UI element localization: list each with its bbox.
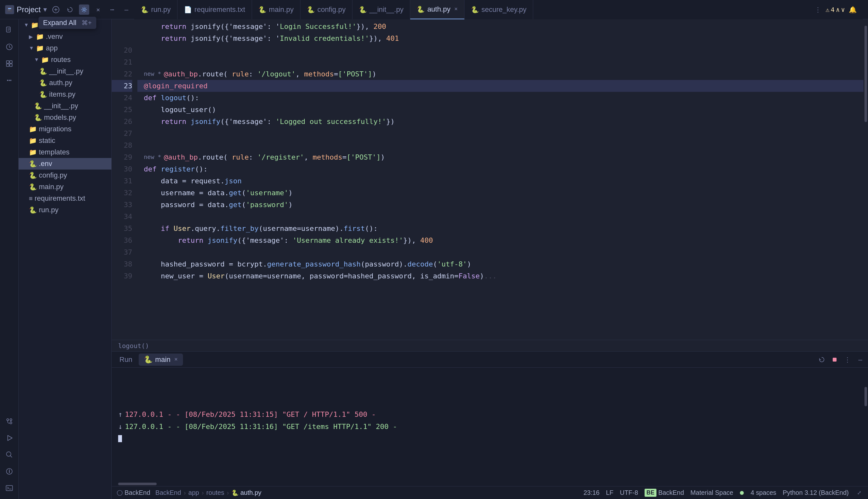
main-label: main.py — [39, 183, 64, 191]
sidebar-git-icon[interactable] — [2, 414, 16, 428]
code-line-37 — [137, 246, 864, 258]
tree-item-venv[interactable]: ▶ 📁 .venv — [18, 31, 111, 42]
static-label: static — [39, 136, 55, 145]
warn-down[interactable]: ∨ — [841, 6, 845, 13]
terminal-stop-icon[interactable] — [830, 354, 840, 365]
static-icon: 📁 — [29, 137, 37, 145]
terminal-main-close[interactable]: × — [174, 356, 178, 363]
bell-icon[interactable]: 🔔 — [847, 4, 858, 15]
tree-item-models[interactable]: 🐍 models.py — [18, 112, 111, 123]
main-icon: 🐍 — [29, 183, 37, 191]
tree-item-main[interactable]: 🐍 main.py — [18, 181, 111, 193]
tree-item-migrations[interactable]: 📁 migrations — [18, 123, 111, 135]
tree-item-config[interactable]: 🐍 config.py — [18, 170, 111, 181]
editor-scrollbar[interactable] — [864, 19, 868, 340]
h-scrollbar[interactable] — [112, 482, 868, 486]
app-label: app — [46, 44, 58, 52]
more-options-button[interactable]: ⋯ — [107, 4, 117, 15]
ln-21: 21 — [112, 56, 132, 68]
sidebar-search-icon[interactable] — [2, 448, 16, 462]
tree-item-app[interactable]: ▼ 📁 app — [18, 42, 111, 54]
terminal-scrollbar-thumb[interactable] — [865, 387, 867, 406]
terminal-cursor-line[interactable] — [118, 433, 857, 445]
auth-tab-close[interactable]: × — [454, 6, 458, 13]
init-routes-label: __init__.py — [49, 67, 83, 75]
terminal-log-1: ↓ 127.0.0.1 - - [08/Feb/2025 11:31:16] "… — [118, 420, 857, 433]
tree-item-routes[interactable]: ▼ 📁 routes — [18, 54, 111, 65]
tab-run[interactable]: 🐍 run.py — [134, 0, 177, 19]
close-panel-button[interactable]: × — [93, 4, 103, 15]
terminal-tab-run[interactable]: Run — [114, 354, 137, 366]
status-interpreter[interactable]: Python 3.12 (BackEnd) — [783, 489, 849, 497]
terminal-tabs: Run 🐍 main × ⋮ — [112, 352, 868, 368]
sidebar-grid-icon[interactable] — [2, 57, 16, 71]
status-line-ending[interactable]: LF — [606, 489, 613, 497]
routes-arrow: ▼ — [34, 57, 39, 63]
terminal-log-area[interactable]: ↑ 127.0.0.1 - - [08/Feb/2025 11:31:15] "… — [112, 368, 864, 482]
terminal-log-0: ↑ 127.0.0.1 - - [08/Feb/2025 11:31:15] "… — [118, 408, 857, 420]
sidebar-nav-icon[interactable] — [2, 40, 16, 54]
tree-item-init-routes[interactable]: 🐍 __init__.py — [18, 65, 111, 77]
run-icon: 🐍 — [29, 206, 37, 214]
terminal-more-icon[interactable]: ⋮ — [842, 354, 853, 365]
sidebar-debug-icon[interactable] — [2, 431, 16, 445]
tab-main[interactable]: 🐍 main.py — [252, 0, 300, 19]
ln-top2 — [112, 33, 132, 44]
init-tab-icon: 🐍 — [359, 6, 367, 13]
terminal-minimize-icon[interactable]: — — [855, 354, 866, 365]
code-content[interactable]: return jsonify({'message': 'Login Succes… — [137, 19, 864, 340]
templates-icon: 📁 — [29, 148, 37, 156]
auth-tab-icon: 🐍 — [417, 5, 425, 13]
code-line-35: if User.query.filter_by(username=usernam… — [137, 222, 864, 234]
tab-auth[interactable]: 🐍 auth.py × — [410, 0, 464, 19]
code-line-23: @login_required — [137, 80, 864, 92]
warning-badge[interactable]: ⚠ 4 ∧ ∨ — [826, 6, 845, 13]
tab-secure-key[interactable]: 🐍 secure_key.py — [464, 0, 533, 19]
tree-item-init-app[interactable]: 🐍 __init__.py — [18, 100, 111, 112]
tree-item-templates[interactable]: 📁 templates — [18, 146, 111, 158]
status-backend-item[interactable]: BE BackEnd — [645, 489, 684, 497]
run-tab-icon: 🐍 — [140, 6, 149, 13]
tree-item-auth[interactable]: 🐍 auth.py — [18, 77, 111, 89]
warn-up[interactable]: ∧ — [836, 6, 840, 13]
tab-requirements[interactable]: 📄 requirements.txt — [177, 0, 252, 19]
h-scrollbar-thumb[interactable] — [118, 483, 157, 485]
status-position[interactable]: 23:16 — [584, 489, 600, 497]
new-file-button[interactable] — [51, 4, 61, 15]
tab-init[interactable]: 🐍 __init__.py — [352, 0, 410, 19]
terminal-restart-icon[interactable] — [817, 354, 827, 365]
status-indent[interactable]: 4 spaces — [751, 489, 776, 497]
tree-item-env[interactable]: 🐍 .env — [18, 158, 111, 170]
tab-auth-label: auth.py — [427, 5, 450, 13]
ln-27: 27 — [112, 127, 132, 139]
project-icon — [5, 5, 14, 14]
minimize-button[interactable]: — — [121, 4, 132, 15]
code-container: 20 21 22 23 24 25 26 27 28 29 30 31 32 3… — [112, 19, 868, 340]
terminal-scrollbar[interactable] — [864, 368, 868, 482]
sidebar-terminal-icon[interactable] — [2, 481, 16, 495]
tab-requirements-label: requirements.txt — [195, 5, 245, 14]
sidebar-files-icon[interactable] — [2, 23, 16, 37]
bc-2: routes — [207, 489, 224, 497]
tree-item-items[interactable]: 🐍 items.py — [18, 89, 111, 100]
status-expand-icon[interactable]: ⤢ — [855, 489, 863, 497]
tree-item-run[interactable]: 🐍 run.py — [18, 204, 111, 216]
status-encoding[interactable]: UTF-8 — [620, 489, 638, 497]
terminal-tab-main[interactable]: 🐍 main × — [139, 354, 183, 366]
tab-config[interactable]: 🐍 config.py — [300, 0, 352, 19]
tree-item-requirements[interactable]: ≡ requirements.txt — [18, 193, 111, 204]
svg-point-13 — [10, 419, 12, 421]
gear-icon[interactable] — [79, 4, 89, 15]
project-dropdown[interactable]: ▾ — [44, 5, 47, 14]
main-terminal-icon: 🐍 — [144, 355, 152, 364]
status-theme[interactable]: Material Space — [691, 489, 733, 497]
expand-all-tooltip: Expand All ⌘+ — [38, 17, 96, 29]
refresh-button[interactable] — [65, 4, 75, 15]
auth-icon: 🐍 — [39, 79, 47, 87]
sidebar-dots-icon[interactable]: ⋯ — [2, 73, 16, 87]
tabs-more-button[interactable]: ⋮ — [813, 4, 823, 15]
tree-item-static[interactable]: 📁 static — [18, 135, 111, 146]
editor-scrollbar-thumb[interactable] — [865, 26, 867, 122]
sidebar-info-icon[interactable] — [2, 464, 16, 478]
ln-37: 37 — [112, 246, 132, 258]
